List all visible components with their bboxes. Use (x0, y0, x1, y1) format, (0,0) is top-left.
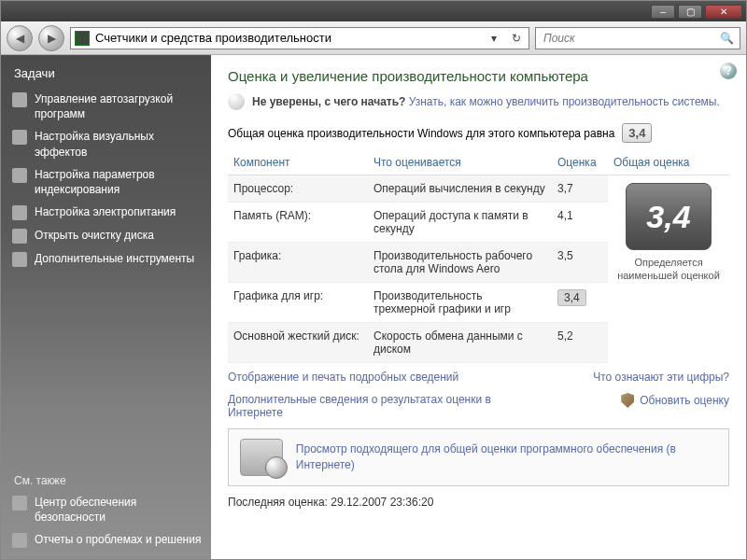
search-icon: 🔍 (720, 32, 734, 45)
address-dropdown-icon[interactable]: ▾ (486, 30, 502, 47)
location-icon (75, 31, 90, 46)
online-results-link[interactable]: Дополнительные сведения о результатах оц… (228, 393, 508, 419)
maximize-button[interactable]: ▢ (678, 5, 702, 19)
sidebar-item-label: Настройка электропитания (35, 204, 176, 219)
hint-strong: Не уверены, с чего начать? (252, 95, 405, 108)
details-link[interactable]: Отображение и печать подробных сведений (228, 371, 458, 384)
minimize-button[interactable]: – (651, 5, 675, 19)
address-bar[interactable]: Счетчики и средства производительности ▾… (70, 27, 529, 49)
sidebar-item-indexing[interactable]: Настройка параметров индексирования (1, 163, 211, 201)
cell-subscore: 3,4 (552, 283, 608, 323)
sidebar: Задачи Управление автозагрузкой программ… (1, 55, 211, 559)
sidebar-item-label: Дополнительные инструменты (35, 251, 194, 266)
col-what: Что оценивается (368, 150, 552, 175)
baseline-text: Общая оценка производительности Windows … (228, 127, 614, 140)
indexing-icon (12, 168, 27, 183)
rating-table: Компонент Что оценивается Оценка Общая о… (228, 150, 729, 363)
hint-row: Не уверены, с чего начать? Узнать, как м… (228, 93, 729, 110)
cell-subscore: 4,1 (552, 203, 608, 243)
sidebar-item-label: Открыть очистку диска (35, 228, 154, 243)
problem-reports-icon (12, 533, 27, 548)
cell-component: Графика для игр: (228, 283, 368, 323)
sidebar-item-advanced-tools[interactable]: Дополнительные инструменты (1, 247, 211, 271)
refresh-score-text[interactable]: Обновить оценку (640, 394, 729, 407)
sidebar-see-also-header: См. также (1, 467, 211, 491)
details-row: Отображение и печать подробных сведений … (228, 371, 729, 384)
cell-component: Графика: (228, 243, 368, 283)
cell-subscore: 3,7 (552, 175, 608, 203)
cell-subscore: 3,5 (552, 243, 608, 283)
sidebar-item-label: Настройка параметров индексирования (35, 167, 202, 197)
cell-component: Процессор: (228, 175, 368, 203)
sidebar-item-label: Настройка визуальных эффектов (35, 129, 202, 159)
cell-desc: Операций вычисления в секунду (368, 175, 552, 203)
cell-desc: Производительность рабочего стола для Wi… (368, 243, 552, 283)
tools-icon (12, 252, 27, 267)
shield-icon (621, 393, 634, 408)
baseline-score-badge: 3,4 (622, 123, 652, 143)
refresh-icon[interactable]: ↻ (508, 30, 525, 47)
what-numbers-link[interactable]: Что означают эти цифры? (593, 371, 729, 384)
last-update-text: Последняя оценка: 29.12.2007 23:36:20 (228, 496, 729, 509)
update-row: Дополнительные сведения о результатах оц… (228, 393, 729, 419)
sidebar-item-power[interactable]: Настройка электропитания (1, 201, 211, 224)
close-button[interactable]: ✕ (705, 5, 742, 19)
cell-desc: Операций доступа к памяти в секунду (368, 203, 552, 243)
cell-desc: Производительность трехмерной графики и … (368, 283, 552, 323)
help-icon[interactable]: ? (720, 63, 737, 79)
power-icon (12, 205, 27, 220)
sidebar-tasks-header: Задачи (1, 63, 211, 88)
sidebar-item-problem-reports[interactable]: Отчеты о проблемах и решения (1, 528, 211, 552)
col-component: Компонент (228, 150, 368, 175)
sidebar-item-disk-cleanup[interactable]: Открыть очистку диска (1, 224, 211, 247)
window: – ▢ ✕ ◀ ▶ Счетчики и средства производит… (0, 0, 747, 560)
sidebar-item-label: Центр обеспечения безопасности (35, 495, 202, 525)
cell-component: Память (RAM): (228, 203, 368, 243)
col-basescore: Общая оценка (608, 150, 729, 175)
cell-desc: Скорость обмена данными с диском (368, 323, 552, 363)
visual-effects-icon (12, 130, 27, 145)
titlebar: – ▢ ✕ (1, 1, 746, 21)
overall-score-badge: 3,4 (626, 183, 712, 250)
search-input[interactable] (542, 31, 720, 46)
table-row: Процессор: Операций вычисления в секунду… (228, 175, 729, 203)
refresh-score-link[interactable]: Обновить оценку (621, 393, 729, 408)
sidebar-item-label: Отчеты о проблемах и решения (35, 532, 201, 547)
promo-link[interactable]: Просмотр подходящего для общей оценки пр… (296, 441, 717, 473)
baseline-row: Общая оценка производительности Windows … (228, 123, 729, 143)
software-box-icon (240, 439, 283, 476)
overall-score-cell: 3,4 Определяется наименьшей оценкой (608, 175, 729, 363)
col-subscore: Оценка (552, 150, 608, 175)
sidebar-item-visual-effects[interactable]: Настройка визуальных эффектов (1, 125, 211, 162)
forward-button[interactable]: ▶ (38, 25, 64, 51)
security-center-icon (12, 496, 27, 511)
lightbulb-icon (228, 93, 245, 110)
navbar: ◀ ▶ Счетчики и средства производительнос… (1, 21, 746, 55)
sidebar-item-startup[interactable]: Управление автозагрузкой программ (1, 88, 211, 125)
search-box[interactable]: 🔍 (535, 27, 740, 49)
page-heading: Оценка и увеличение производительности к… (228, 68, 729, 84)
sidebar-item-label: Управление автозагрузкой программ (35, 91, 202, 121)
content: ? Оценка и увеличение производительности… (211, 55, 746, 559)
disk-cleanup-icon (12, 229, 27, 244)
overall-score-note: Определяется наименьшей оценкой (613, 256, 724, 283)
promo-box[interactable]: Просмотр подходящего для общей оценки пр… (228, 428, 729, 486)
sidebar-item-security-center[interactable]: Центр обеспечения безопасности (1, 491, 211, 528)
body: Задачи Управление автозагрузкой программ… (1, 55, 746, 559)
startup-icon (12, 92, 27, 107)
cell-component: Основной жесткий диск: (228, 323, 368, 363)
back-button[interactable]: ◀ (7, 25, 33, 51)
hint-link[interactable]: Узнать, как можно увеличить производител… (409, 95, 720, 108)
address-text: Счетчики и средства производительности (95, 31, 480, 45)
cell-subscore: 5,2 (552, 323, 608, 363)
